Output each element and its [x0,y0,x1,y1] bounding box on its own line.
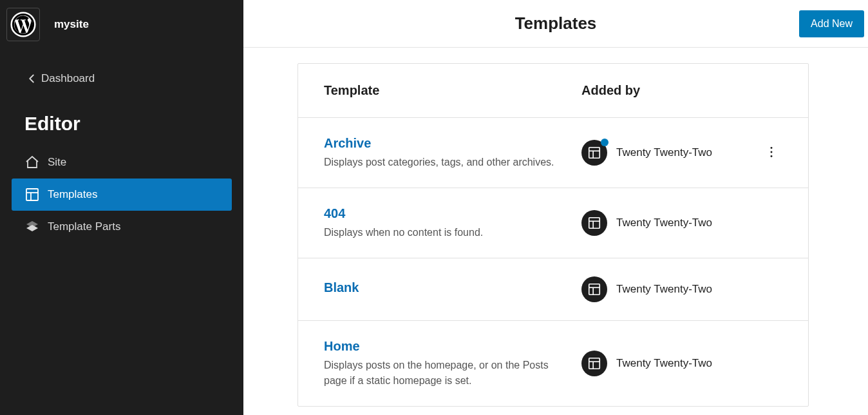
table-row: Home Displays posts on the homepage, or … [298,321,808,405]
theme-name: Twenty Twenty-Two [616,283,712,296]
sidebar-nav: Site Templates Template Parts [0,146,243,243]
addedby-cell: Twenty Twenty-Two [581,210,749,236]
theme-avatar [581,210,607,236]
template-description: Displays post categories, tags, and othe… [324,155,556,169]
chevron-left-icon [24,72,39,86]
theme-avatar [581,140,607,166]
theme-avatar [581,351,607,376]
svg-rect-2 [26,189,38,200]
layout-icon [587,216,601,230]
template-link[interactable]: Archive [324,136,371,151]
site-logo[interactable] [6,8,40,41]
addedby-cell: Twenty Twenty-Two [581,351,749,376]
layout-icon [24,187,42,202]
main-header: Templates Add New [243,0,868,48]
page-title: Templates [515,14,597,34]
addedby-cell: Twenty Twenty-Two [581,140,749,166]
svg-rect-5 [589,148,600,159]
table-row: Archive Displays post categories, tags, … [298,118,808,188]
template-link[interactable]: Blank [324,280,359,295]
col-header-addedby: Added by [581,83,749,98]
sidebar-item-label: Template Parts [48,220,120,233]
sidebar-item-label: Templates [48,188,97,201]
wordpress-icon [10,12,36,37]
svg-point-8 [771,147,773,149]
layout-icon [587,282,601,296]
svg-point-9 [771,151,773,153]
templates-table: Template Added by Archive Displays post … [297,63,809,407]
table-header-row: Template Added by [298,64,808,118]
home-icon [24,155,42,170]
template-parts-icon [24,219,42,235]
template-description: Displays when no content is found. [324,225,556,240]
template-link[interactable]: 404 [324,206,345,221]
row-actions-button[interactable] [760,141,782,165]
layout-icon [587,146,601,160]
template-cell: 404 Displays when no content is found. [324,206,581,240]
back-to-dashboard[interactable]: Dashboard [0,64,243,93]
sidebar-item-template-parts[interactable]: Template Parts [12,211,232,243]
sidebar-item-templates[interactable]: Templates [12,179,232,211]
site-name: mysite [54,18,89,31]
table-row: Blank Twenty Twenty-Two [298,258,808,321]
svg-point-10 [771,155,773,157]
template-link[interactable]: Home [324,339,360,354]
sidebar-item-site[interactable]: Site [12,146,232,179]
svg-rect-11 [589,218,600,229]
add-new-button[interactable]: Add New [799,10,864,37]
theme-name: Twenty Twenty-Two [616,217,712,229]
theme-avatar [581,276,607,302]
sidebar: mysite Dashboard Editor Site Templates T… [0,0,243,415]
sidebar-section-title: Editor [0,93,243,146]
theme-name: Twenty Twenty-Two [616,357,712,370]
content: Template Added by Archive Displays post … [243,48,868,415]
theme-name: Twenty Twenty-Two [616,146,712,159]
layout-icon [587,356,601,371]
main: Templates Add New Template Added by Arch… [243,0,868,415]
svg-rect-14 [589,284,600,295]
sidebar-item-label: Site [48,156,66,169]
more-vertical-icon [764,145,778,159]
template-cell: Archive Displays post categories, tags, … [324,136,581,169]
table-row: 404 Displays when no content is found. T… [298,188,808,258]
col-header-template: Template [324,83,581,98]
customized-dot-icon [601,139,609,146]
svg-rect-17 [589,358,600,369]
template-cell: Blank [324,280,581,299]
template-description: Displays posts on the homepage, or on th… [324,358,556,387]
back-label: Dashboard [41,72,95,85]
template-cell: Home Displays posts on the homepage, or … [324,339,581,387]
addedby-cell: Twenty Twenty-Two [581,276,749,302]
sidebar-header: mysite [0,0,243,48]
